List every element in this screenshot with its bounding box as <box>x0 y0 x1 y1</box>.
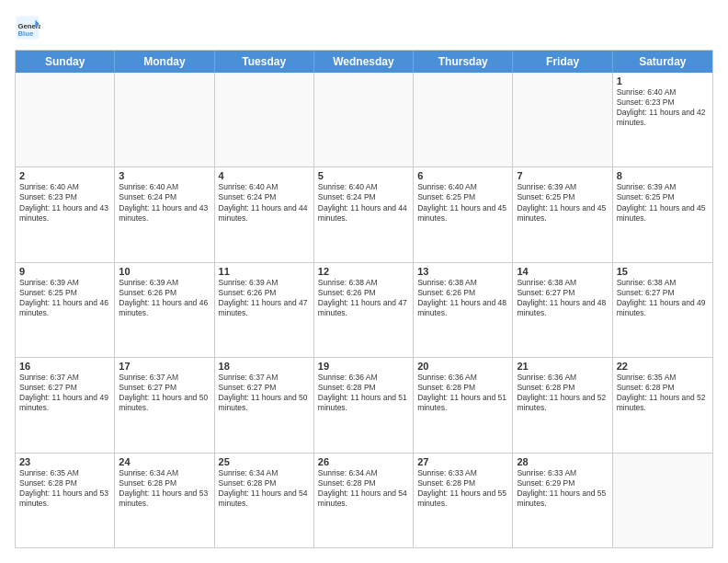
calendar: SundayMondayTuesdayWednesdayThursdayFrid… <box>15 50 713 548</box>
day-number: 4 <box>219 170 310 181</box>
day-number: 12 <box>318 266 409 277</box>
day-info: Sunrise: 6:40 AM Sunset: 6:24 PM Dayligh… <box>219 182 310 223</box>
calendar-cell: 27Sunrise: 6:33 AM Sunset: 6:28 PM Dayli… <box>414 454 513 547</box>
calendar-cell: 4Sunrise: 6:40 AM Sunset: 6:24 PM Daylig… <box>215 167 314 261</box>
day-info: Sunrise: 6:36 AM Sunset: 6:28 PM Dayligh… <box>318 373 409 413</box>
day-number: 11 <box>219 266 310 277</box>
day-info: Sunrise: 6:39 AM Sunset: 6:25 PM Dayligh… <box>617 182 709 223</box>
day-info: Sunrise: 6:38 AM Sunset: 6:26 PM Dayligh… <box>318 278 409 318</box>
day-info: Sunrise: 6:40 AM Sunset: 6:23 PM Dayligh… <box>19 182 110 223</box>
day-number: 23 <box>19 456 110 467</box>
header-cell-sunday: Sunday <box>16 51 115 73</box>
calendar-cell: 10Sunrise: 6:39 AM Sunset: 6:26 PM Dayli… <box>115 263 214 357</box>
calendar-cell: 9Sunrise: 6:39 AM Sunset: 6:25 PM Daylig… <box>16 263 115 357</box>
calendar-cell: 25Sunrise: 6:34 AM Sunset: 6:28 PM Dayli… <box>215 454 314 547</box>
calendar-cell <box>314 73 414 167</box>
day-info: Sunrise: 6:39 AM Sunset: 6:25 PM Dayligh… <box>19 278 110 318</box>
day-number: 27 <box>417 456 508 467</box>
day-number: 3 <box>119 170 210 181</box>
day-number: 17 <box>119 361 210 372</box>
header-cell-friday: Friday <box>513 51 612 73</box>
svg-text:Blue: Blue <box>18 29 34 38</box>
day-number: 2 <box>19 170 110 181</box>
logo-icon: General Blue <box>15 15 40 40</box>
day-number: 9 <box>19 266 110 277</box>
calendar-cell: 2Sunrise: 6:40 AM Sunset: 6:23 PM Daylig… <box>16 167 115 261</box>
day-number: 20 <box>417 361 508 372</box>
day-number: 1 <box>617 75 709 86</box>
calendar-cell: 15Sunrise: 6:38 AM Sunset: 6:27 PM Dayli… <box>613 263 712 357</box>
day-info: Sunrise: 6:36 AM Sunset: 6:28 PM Dayligh… <box>417 373 508 413</box>
calendar-cell: 8Sunrise: 6:39 AM Sunset: 6:25 PM Daylig… <box>613 167 712 261</box>
calendar-week-1: 1Sunrise: 6:40 AM Sunset: 6:23 PM Daylig… <box>16 73 712 167</box>
day-number: 8 <box>617 170 709 181</box>
day-number: 22 <box>617 361 709 372</box>
page-header: General Blue <box>15 15 713 40</box>
calendar-cell <box>414 73 513 167</box>
calendar-cell: 23Sunrise: 6:35 AM Sunset: 6:28 PM Dayli… <box>16 454 115 547</box>
day-info: Sunrise: 6:40 AM Sunset: 6:24 PM Dayligh… <box>318 182 409 223</box>
day-number: 14 <box>517 266 608 277</box>
header-cell-tuesday: Tuesday <box>215 51 314 73</box>
calendar-cell: 1Sunrise: 6:40 AM Sunset: 6:23 PM Daylig… <box>613 73 712 167</box>
day-number: 7 <box>517 170 608 181</box>
day-info: Sunrise: 6:34 AM Sunset: 6:28 PM Dayligh… <box>119 468 210 509</box>
calendar-cell: 28Sunrise: 6:33 AM Sunset: 6:29 PM Dayli… <box>513 454 612 547</box>
calendar-cell: 21Sunrise: 6:36 AM Sunset: 6:28 PM Dayli… <box>513 358 612 452</box>
day-info: Sunrise: 6:39 AM Sunset: 6:26 PM Dayligh… <box>119 278 210 318</box>
day-number: 6 <box>417 170 508 181</box>
calendar-cell: 13Sunrise: 6:38 AM Sunset: 6:26 PM Dayli… <box>414 263 513 357</box>
day-info: Sunrise: 6:35 AM Sunset: 6:28 PM Dayligh… <box>19 468 110 509</box>
day-info: Sunrise: 6:37 AM Sunset: 6:27 PM Dayligh… <box>219 373 310 413</box>
calendar-cell: 7Sunrise: 6:39 AM Sunset: 6:25 PM Daylig… <box>513 167 612 261</box>
calendar-cell: 12Sunrise: 6:38 AM Sunset: 6:26 PM Dayli… <box>314 263 414 357</box>
day-number: 18 <box>219 361 310 372</box>
day-number: 15 <box>617 266 709 277</box>
day-number: 5 <box>318 170 409 181</box>
day-number: 13 <box>417 266 508 277</box>
header-cell-thursday: Thursday <box>414 51 513 73</box>
day-info: Sunrise: 6:33 AM Sunset: 6:28 PM Dayligh… <box>417 468 508 509</box>
header-cell-monday: Monday <box>115 51 214 73</box>
day-number: 19 <box>318 361 409 372</box>
day-number: 16 <box>19 361 110 372</box>
day-info: Sunrise: 6:36 AM Sunset: 6:28 PM Dayligh… <box>517 373 608 413</box>
day-info: Sunrise: 6:40 AM Sunset: 6:23 PM Dayligh… <box>617 87 709 128</box>
calendar-cell <box>613 454 712 547</box>
day-number: 26 <box>318 456 409 467</box>
calendar-cell: 18Sunrise: 6:37 AM Sunset: 6:27 PM Dayli… <box>215 358 314 452</box>
calendar-cell: 19Sunrise: 6:36 AM Sunset: 6:28 PM Dayli… <box>314 358 414 452</box>
day-number: 28 <box>517 456 608 467</box>
header-cell-saturday: Saturday <box>613 51 712 73</box>
day-info: Sunrise: 6:40 AM Sunset: 6:24 PM Dayligh… <box>119 182 210 223</box>
day-number: 24 <box>119 456 210 467</box>
calendar-cell: 22Sunrise: 6:35 AM Sunset: 6:28 PM Dayli… <box>613 358 712 452</box>
day-info: Sunrise: 6:38 AM Sunset: 6:27 PM Dayligh… <box>617 278 709 318</box>
calendar-cell <box>215 73 314 167</box>
calendar-week-4: 16Sunrise: 6:37 AM Sunset: 6:27 PM Dayli… <box>16 358 712 453</box>
calendar-week-2: 2Sunrise: 6:40 AM Sunset: 6:23 PM Daylig… <box>16 167 712 262</box>
calendar-cell: 6Sunrise: 6:40 AM Sunset: 6:25 PM Daylig… <box>414 167 513 261</box>
calendar-cell <box>115 73 214 167</box>
day-info: Sunrise: 6:37 AM Sunset: 6:27 PM Dayligh… <box>19 373 110 413</box>
day-number: 21 <box>517 361 608 372</box>
day-number: 10 <box>119 266 210 277</box>
calendar-cell: 26Sunrise: 6:34 AM Sunset: 6:28 PM Dayli… <box>314 454 414 547</box>
day-info: Sunrise: 6:34 AM Sunset: 6:28 PM Dayligh… <box>318 468 409 509</box>
day-info: Sunrise: 6:38 AM Sunset: 6:27 PM Dayligh… <box>517 278 608 318</box>
day-info: Sunrise: 6:38 AM Sunset: 6:26 PM Dayligh… <box>417 278 508 318</box>
calendar-cell: 3Sunrise: 6:40 AM Sunset: 6:24 PM Daylig… <box>115 167 214 261</box>
calendar-week-5: 23Sunrise: 6:35 AM Sunset: 6:28 PM Dayli… <box>16 454 712 547</box>
day-number: 25 <box>219 456 310 467</box>
calendar-header-row: SundayMondayTuesdayWednesdayThursdayFrid… <box>16 51 712 73</box>
calendar-cell: 16Sunrise: 6:37 AM Sunset: 6:27 PM Dayli… <box>16 358 115 452</box>
calendar-cell: 11Sunrise: 6:39 AM Sunset: 6:26 PM Dayli… <box>215 263 314 357</box>
calendar-week-3: 9Sunrise: 6:39 AM Sunset: 6:25 PM Daylig… <box>16 263 712 358</box>
logo: General Blue <box>15 15 44 40</box>
calendar-cell <box>513 73 612 167</box>
calendar-body: 1Sunrise: 6:40 AM Sunset: 6:23 PM Daylig… <box>16 73 712 547</box>
day-info: Sunrise: 6:34 AM Sunset: 6:28 PM Dayligh… <box>219 468 310 509</box>
header-cell-wednesday: Wednesday <box>314 51 414 73</box>
day-info: Sunrise: 6:37 AM Sunset: 6:27 PM Dayligh… <box>119 373 210 413</box>
calendar-cell: 17Sunrise: 6:37 AM Sunset: 6:27 PM Dayli… <box>115 358 214 452</box>
